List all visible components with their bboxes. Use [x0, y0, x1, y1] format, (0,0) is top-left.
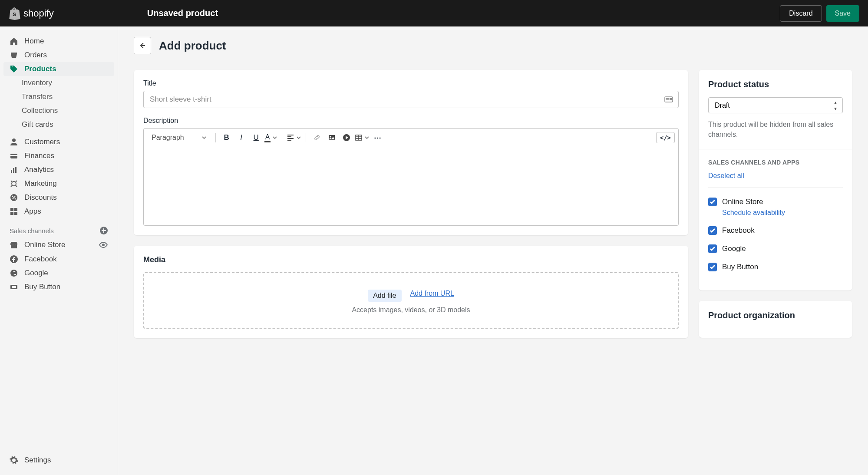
- sidebar-item-label: Settings: [24, 456, 51, 465]
- rte-image-button[interactable]: [325, 131, 338, 144]
- rte-align-button[interactable]: [287, 134, 301, 142]
- add-from-url-link[interactable]: Add from URL: [410, 290, 454, 302]
- rte-video-button[interactable]: [340, 131, 353, 144]
- media-hint: Accepts images, videos, or 3D models: [153, 306, 669, 314]
- sidebar-item-customers[interactable]: Customers: [3, 135, 114, 149]
- channel-row: Online Store Schedule availability: [708, 188, 843, 217]
- chevron-down-icon: [364, 135, 370, 140]
- title-label: Title: [143, 79, 679, 87]
- sidebar-item-label: Google: [24, 269, 48, 277]
- sidebar-item-discounts[interactable]: Discounts: [3, 191, 114, 205]
- svg-rect-6: [15, 167, 17, 173]
- rte-paragraph-select[interactable]: Paragraph: [147, 132, 211, 143]
- eye-icon[interactable]: [99, 240, 108, 250]
- channel-checkbox[interactable]: [708, 263, 717, 271]
- sidebar-sub-collections[interactable]: Collections: [22, 104, 118, 118]
- svg-rect-24: [329, 135, 335, 140]
- link-icon: [313, 134, 321, 142]
- arrow-left-icon: [138, 41, 147, 50]
- sidebar-item-label: Discounts: [24, 193, 57, 202]
- sidebar-item-label: Buy Button: [24, 283, 60, 291]
- back-button[interactable]: [134, 37, 151, 54]
- description-textarea[interactable]: [144, 147, 678, 225]
- image-icon: [328, 134, 336, 142]
- orders-icon: [10, 51, 18, 59]
- channel-row: Buy Button: [708, 253, 843, 281]
- brand-logo[interactable]: S shopify: [9, 7, 54, 20]
- media-dropzone[interactable]: Add file Add from URL Accepts images, vi…: [143, 272, 679, 329]
- google-icon: [10, 269, 18, 277]
- sidebar-channel-buy-button[interactable]: Buy Button: [3, 280, 114, 294]
- svg-point-7: [12, 181, 16, 186]
- product-status-card: Product status Draft ▴▾ This product wil…: [699, 70, 852, 290]
- sidebar-item-settings[interactable]: Settings: [3, 453, 114, 467]
- sidebar-sub-inventory[interactable]: Inventory: [22, 76, 118, 90]
- channel-checkbox[interactable]: [708, 244, 717, 253]
- sidebar-sub-transfers[interactable]: Transfers: [22, 90, 118, 104]
- rte-table-button[interactable]: [355, 134, 370, 142]
- rte-underline-button[interactable]: U: [250, 131, 263, 144]
- sidebar-item-label: Finances: [24, 152, 54, 160]
- card-icon: [664, 95, 673, 104]
- svg-point-10: [15, 198, 16, 200]
- chevron-down-icon: [201, 135, 207, 140]
- svg-rect-23: [670, 98, 672, 100]
- topbar: S shopify Unsaved product Discard Save: [0, 0, 868, 26]
- add-file-button[interactable]: Add file: [368, 290, 401, 302]
- svg-rect-21: [666, 98, 669, 99]
- status-hint: This product will be hidden from all sal…: [708, 119, 843, 139]
- sidebar-item-label: Marketing: [24, 179, 57, 188]
- rte-link-button[interactable]: [310, 131, 323, 144]
- sidebar-item-label: Online Store: [24, 241, 66, 249]
- add-channel-icon[interactable]: [99, 226, 108, 235]
- save-button[interactable]: Save: [826, 5, 859, 22]
- customers-icon: [10, 138, 18, 146]
- channel-row: Google: [708, 235, 843, 253]
- sidebar-item-apps[interactable]: Apps: [3, 205, 114, 218]
- discounts-icon: [10, 193, 18, 202]
- channel-label: Buy Button: [722, 263, 758, 271]
- sidebar-item-orders[interactable]: Orders: [3, 48, 114, 62]
- chevron-down-icon: [296, 135, 301, 140]
- products-subnav: Inventory Transfers Collections Gift car…: [0, 76, 118, 132]
- status-heading: Product status: [708, 79, 843, 89]
- status-select[interactable]: Draft: [708, 97, 843, 113]
- title-input[interactable]: [143, 91, 679, 108]
- analytics-icon: [10, 165, 18, 174]
- deselect-all-link[interactable]: Deselect all: [708, 172, 744, 180]
- discard-button[interactable]: Discard: [780, 5, 822, 22]
- organization-heading: Product organization: [708, 310, 843, 320]
- gear-icon: [10, 456, 18, 465]
- rte-more-button[interactable]: ⋯: [371, 131, 384, 144]
- sidebar-item-label: Orders: [24, 51, 47, 59]
- svg-point-25: [330, 136, 331, 138]
- align-left-icon: [287, 134, 294, 142]
- sidebar-channel-online-store[interactable]: Online Store: [3, 238, 114, 252]
- schedule-availability-link[interactable]: Schedule availability: [722, 209, 785, 217]
- product-organization-card: Product organization: [699, 301, 852, 338]
- svg-point-16: [102, 244, 105, 246]
- svg-rect-12: [14, 208, 17, 211]
- sidebar-item-marketing[interactable]: Marketing: [3, 177, 114, 191]
- svg-rect-3: [10, 155, 17, 156]
- rte-bold-button[interactable]: B: [220, 131, 233, 144]
- sidebar: Home Orders Products Inventory Transfers…: [0, 26, 118, 475]
- rte-italic-button[interactable]: I: [235, 131, 248, 144]
- sidebar-item-analytics[interactable]: Analytics: [3, 163, 114, 177]
- rte-color-button[interactable]: A: [264, 133, 278, 142]
- sidebar-item-finances[interactable]: Finances: [3, 149, 114, 163]
- play-circle-icon: [343, 134, 350, 142]
- channel-checkbox[interactable]: [708, 198, 717, 206]
- channel-checkbox[interactable]: [708, 226, 717, 235]
- sidebar-item-label: Products: [24, 65, 56, 73]
- svg-text:S: S: [13, 11, 16, 16]
- sidebar-channel-facebook[interactable]: Facebook: [3, 252, 114, 266]
- products-icon: [10, 65, 18, 73]
- sidebar-item-products[interactable]: Products: [3, 62, 114, 76]
- svg-point-1: [12, 139, 16, 142]
- sidebar-channel-google[interactable]: Google: [3, 266, 114, 280]
- rte-html-button[interactable]: </>: [656, 132, 675, 143]
- sidebar-sub-giftcards[interactable]: Gift cards: [22, 118, 118, 132]
- home-icon: [10, 37, 18, 46]
- sidebar-item-home[interactable]: Home: [3, 34, 114, 48]
